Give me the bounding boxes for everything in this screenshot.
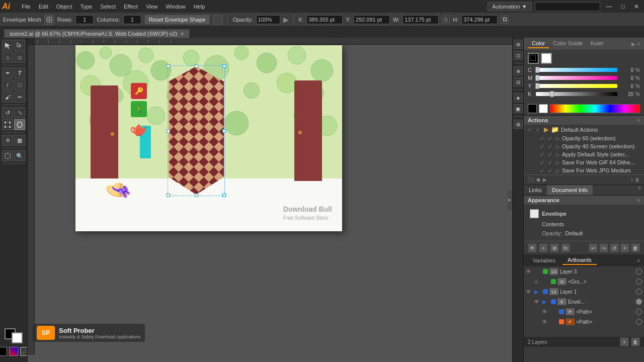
canvas-area[interactable]: ||||||||||||| (28, 38, 512, 362)
path1-target[interactable] (636, 309, 642, 315)
ri-btn-5[interactable]: ◈ (514, 93, 523, 102)
w-input[interactable] (403, 15, 439, 24)
direct-select-tool[interactable] (14, 40, 25, 51)
scale-tool[interactable]: ⤡ (14, 107, 25, 118)
delete-item-icon[interactable]: 🗑 (631, 243, 640, 252)
stop-icon[interactable]: ⬛ (528, 177, 534, 183)
ri-btn-2[interactable]: ⊡ (514, 51, 523, 60)
lock-icon[interactable] (442, 16, 450, 24)
color-panel-header[interactable]: Color Color Guide Kuler ▶ ≡ (524, 38, 644, 50)
line-tool[interactable]: / (2, 79, 13, 90)
action-row-default[interactable]: ✓ ✓ ▶ 📁 Default Actions (524, 125, 644, 134)
layer1-target[interactable] (636, 289, 642, 295)
none-mode[interactable] (0, 347, 7, 356)
tab-document-info[interactable]: Document Info (547, 185, 593, 195)
tab-kuler[interactable]: Kuler (587, 39, 608, 48)
automation-button[interactable]: Automation ▼ (488, 2, 532, 11)
graph-tool[interactable]: ▦ (14, 135, 25, 146)
actions-panel-header[interactable]: Actions ≡ (524, 116, 644, 125)
menu-object[interactable]: Object (53, 3, 76, 11)
gradient-mode[interactable] (9, 347, 18, 356)
h-input[interactable] (461, 15, 498, 24)
background-swatch[interactable] (12, 332, 23, 343)
symbol-tool[interactable]: ※ (2, 135, 13, 146)
spectrum-bar[interactable] (550, 104, 640, 113)
close-button[interactable]: ✕ (631, 3, 642, 10)
menu-select[interactable]: Select (97, 3, 119, 11)
menu-type[interactable]: Type (77, 3, 96, 11)
forward-icon[interactable]: ↪ (599, 243, 608, 252)
action-row-opacity40[interactable]: ✓ ✓ ▷ Opacity 40 Screen (selection) (524, 142, 644, 150)
play-icon[interactable]: ▶ (543, 177, 547, 183)
menu-file[interactable]: File (18, 3, 34, 11)
action-row-style[interactable]: ✓ ✓ ▷ Apply Default Style (selec... (524, 150, 644, 158)
artboards-tab[interactable]: Artboards (562, 256, 597, 265)
appearance-add-stroke-icon[interactable]: + (539, 243, 548, 252)
transform-icon[interactable]: ⊡ (501, 16, 509, 24)
ri-btn-4[interactable]: ⊟ (514, 77, 523, 86)
search-input[interactable] (535, 2, 600, 11)
delete-layer-icon[interactable]: 🗑 (631, 337, 640, 346)
layer-row-3[interactable]: 👁 L3 Layer 3 (524, 266, 644, 277)
path2-target[interactable] (636, 319, 642, 325)
envelope-options-icon[interactable] (213, 15, 223, 25)
rows-input[interactable] (75, 15, 94, 24)
menu-edit[interactable]: Edit (35, 3, 52, 11)
color-swatches[interactable] (5, 328, 23, 343)
path1-eye-icon[interactable]: 👁 (542, 309, 549, 315)
ri-btn-3[interactable]: ⊕ (514, 66, 523, 75)
pen-tool[interactable]: ✒ (2, 67, 13, 78)
zoom-tool[interactable]: 🔍 (14, 150, 25, 161)
menu-effect[interactable]: Effect (120, 3, 141, 11)
envel-eye-icon[interactable]: 👁 (534, 299, 541, 305)
shape-tool[interactable]: ◇ (14, 52, 25, 63)
ri-btn-6[interactable]: ▣ (514, 104, 523, 113)
select-tool[interactable] (2, 40, 13, 51)
yellow-slider[interactable] (536, 84, 617, 88)
paintbrush-tool[interactable]: 🖌 (2, 92, 13, 103)
variables-tab[interactable]: Variables (528, 256, 560, 264)
menu-view[interactable]: View (142, 3, 162, 11)
layer-row-path1[interactable]: 👁 P <Path> (524, 307, 644, 317)
pattern-mode[interactable] (20, 347, 28, 356)
folder-expand-icon[interactable]: ▶ (544, 126, 549, 133)
layer-row-gro[interactable]: ◉ G <Gro...> (524, 277, 644, 287)
swatch-white[interactable] (539, 104, 548, 113)
layer-row-1[interactable]: 👁 ▶ L1 Layer 1 (524, 287, 644, 297)
action-row-jpg[interactable]: ✓ ✓ ▷ Save For Web JPG Medium (524, 166, 644, 174)
layer3-target[interactable] (636, 268, 642, 275)
ri-btn-7[interactable]: ⊞ (514, 120, 523, 129)
magenta-slider[interactable] (536, 76, 617, 80)
cols-input[interactable] (123, 15, 141, 24)
reset-envelope-button[interactable]: Reset Envelope Shape (144, 15, 210, 25)
appearance-eye-icon[interactable]: 👁 (528, 243, 537, 252)
menu-window[interactable]: Window (163, 3, 189, 11)
rotate-tool[interactable]: ↺ (2, 107, 13, 118)
add-action-icon[interactable]: + (630, 177, 633, 183)
action-row-gif[interactable]: ✓ ✓ ▷ Save For Web GIF 64 Dithe... (524, 158, 644, 166)
swatch-black[interactable] (528, 104, 537, 113)
y-input[interactable] (354, 15, 390, 24)
pencil-tool[interactable]: ✏ (14, 92, 25, 103)
opacity-input[interactable] (256, 15, 280, 24)
warp-tool[interactable]: ⌂ (2, 52, 13, 63)
opacity-value-app[interactable]: Default (565, 230, 583, 236)
btabs-menu-icon[interactable]: ≡ (637, 258, 640, 263)
new-item-icon[interactable]: + (620, 243, 629, 252)
links-menu-icon[interactable]: ≡ (638, 185, 644, 195)
type-tool[interactable]: T (14, 67, 25, 78)
bg-color-swatch[interactable] (541, 53, 552, 64)
layer-row-path2[interactable]: 👁 P <Path> (524, 317, 644, 327)
appearance-fx-icon[interactable]: fx (561, 243, 570, 252)
tab-color[interactable]: Color (528, 39, 549, 48)
menu-help[interactable]: Help (190, 3, 209, 11)
panel-collapse-right[interactable]: ▶ (507, 190, 512, 210)
gro-target[interactable] (636, 279, 642, 285)
envel-lock-icon[interactable]: ▶ (542, 299, 549, 305)
layer3-eye-icon[interactable]: 👁 (526, 268, 533, 275)
black-slider[interactable] (536, 92, 617, 96)
panel-expand-icon[interactable]: ▶ (631, 41, 635, 47)
minimize-button[interactable]: — (603, 3, 615, 10)
panel-menu-icon[interactable]: ≡ (637, 41, 640, 47)
appearance-menu-icon[interactable]: ≡ (637, 198, 640, 203)
